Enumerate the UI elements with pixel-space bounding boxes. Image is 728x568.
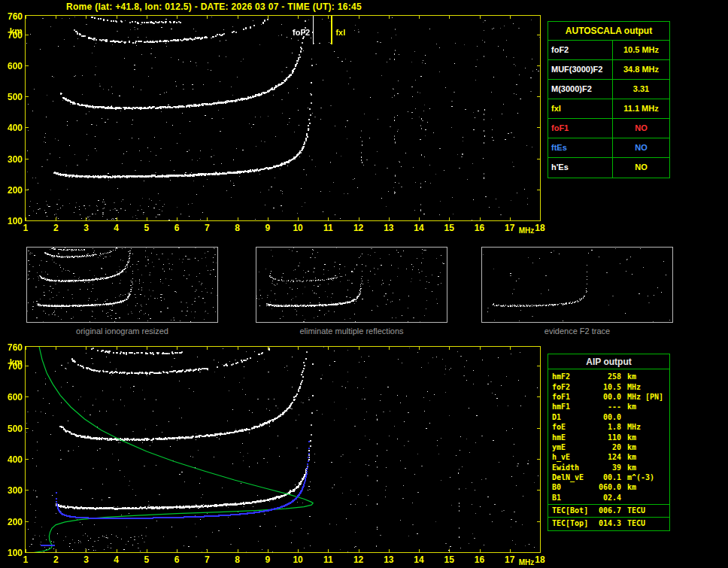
- top-plot-y-tick-label: 600: [2, 61, 23, 71]
- aip-table-rows: hmF2258kmfoF210.5MHzfoF100.0MHz[PN]hmF1-…: [548, 372, 669, 528]
- top-plot-x-tick-label: 8: [230, 223, 245, 233]
- bottom-plot-x-tick-label: 2: [48, 554, 63, 565]
- parameter-value: NO: [613, 119, 669, 138]
- top-plot-x-tick-label: 1: [18, 223, 33, 233]
- bottom-plot-x-tick-label: 12: [351, 554, 366, 565]
- aip-parameter-value: 00.0: [596, 413, 621, 421]
- bottom-plot-y-tick-label: 300: [2, 485, 23, 496]
- aip-parameter-name: TEC[Top]: [552, 519, 596, 527]
- bottom-plot-x-tick-label: 5: [139, 554, 154, 565]
- aip-row: ymE20km: [548, 442, 669, 452]
- top-plot-x-tick-label: 7: [199, 223, 214, 233]
- aip-parameter-value: 124: [596, 453, 621, 461]
- thumbnail-caption-original: original ionogram resized: [26, 327, 218, 336]
- bottom-plot-x-tick-label: 3: [78, 554, 93, 565]
- fof2-marker-label: foF2: [287, 28, 310, 37]
- aip-parameter-unit: MHz: [621, 423, 641, 431]
- ionogram-canvas: [26, 16, 540, 220]
- aip-parameter-unit: TECU: [621, 519, 645, 527]
- aip-parameter-name: h_vE: [552, 453, 596, 461]
- aip-parameter-name: hmE: [552, 433, 596, 442]
- parameter-name: h'Es: [548, 158, 613, 178]
- aip-parameter-name: hmF2: [552, 372, 596, 381]
- aip-parameter-name: B1: [552, 494, 596, 502]
- aip-parameter-value: 258: [596, 372, 621, 381]
- aip-row: hmE110km: [548, 432, 669, 442]
- aip-row: DelN_vE00.1m^(-3): [548, 472, 669, 482]
- parameter-value: NO: [613, 158, 669, 178]
- aip-parameter-value: 1.8: [596, 423, 621, 431]
- top-plot-x-tick-label: 10: [290, 223, 305, 233]
- ionogram-plot: foF2 fxI: [25, 15, 541, 221]
- aip-parameter-name: Ewidth: [552, 463, 596, 472]
- aip-parameter-name: D1: [552, 413, 596, 421]
- autoscala-row: fxI11.1 MHz: [548, 99, 669, 119]
- bottom-plot-x-tick-label: 8: [230, 554, 245, 565]
- top-plot-x-tick-label: 12: [351, 223, 366, 233]
- aip-parameter-value: 39: [596, 463, 621, 472]
- top-plot-x-tick-label: 15: [441, 223, 457, 233]
- aip-row: hmF1---km: [548, 402, 669, 412]
- aip-parameter-unit: MHz: [621, 393, 641, 401]
- bottom-plot-x-tick-label: 7: [199, 554, 214, 565]
- aip-parameter-value: 00.0: [596, 393, 621, 401]
- parameter-name: MUF(3000)F2: [548, 60, 613, 79]
- top-plot-y-tick-label: 200: [2, 185, 23, 196]
- aip-row: D100.0: [548, 412, 669, 422]
- parameter-value: 10.5 MHz: [613, 41, 669, 59]
- autoscala-row: foF1NO: [548, 119, 669, 138]
- aip-parameter-unit: m^(-3): [621, 473, 654, 481]
- top-plot-y-tick-label: 300: [2, 154, 23, 165]
- autoscala-output-table: AUTOSCALA output foF210.5 MHzMUF(3000)F2…: [548, 21, 670, 178]
- aip-parameter-name: hmF1: [552, 402, 596, 411]
- top-plot-x-tick-label: 2: [48, 223, 63, 233]
- top-plot-x-tick-label: 3: [78, 223, 93, 233]
- aip-table-header: AIP output: [548, 354, 669, 369]
- aip-parameter-unit: km: [621, 443, 636, 451]
- profile-plot: [25, 346, 541, 553]
- thumbnail-f2-trace: [481, 247, 673, 323]
- aip-row: TEC[Bot]006.7TECU: [548, 504, 669, 515]
- aip-parameter-note: [PN]: [641, 393, 663, 401]
- aip-parameter-value: 060.0: [596, 483, 621, 491]
- aip-parameter-name: foF1: [552, 393, 596, 401]
- parameter-name: ftEs: [548, 138, 613, 157]
- aip-row: B0060.0km: [548, 482, 669, 492]
- profile-canvas: [26, 347, 540, 552]
- bottom-plot-x-tick-label: 15: [441, 554, 457, 565]
- autoscala-table-rows: foF210.5 MHzMUF(3000)F234.8 MHzM(3000)F2…: [548, 41, 669, 178]
- thumbnail-multiple-reflections: [256, 247, 447, 323]
- top-plot-y-tick-label: 400: [2, 123, 23, 133]
- fxi-marker-label: fxI: [335, 28, 358, 37]
- aip-parameter-unit: MHz: [621, 383, 641, 391]
- parameter-value: NO: [613, 138, 669, 157]
- aip-row: foF210.5MHz: [548, 381, 669, 391]
- aip-parameter-unit: km: [621, 453, 636, 461]
- bottom-plot-x-tick-label: 9: [260, 554, 275, 565]
- parameter-value: 11.1 MHz: [613, 99, 669, 118]
- autoscala-table-header: AUTOSCALA output: [548, 22, 669, 41]
- aip-parameter-name: foF2: [552, 383, 596, 391]
- bottom-plot-y-tick-label: 500: [2, 424, 23, 434]
- bottom-plot-y-unit-label: km: [2, 357, 23, 368]
- bottom-plot-x-unit-label: MHz: [515, 558, 538, 566]
- top-plot-y-unit-label: km: [2, 26, 23, 37]
- bottom-plot-x-tick-label: 10: [290, 554, 305, 565]
- aip-parameter-value: ---: [596, 402, 621, 411]
- aip-parameter-value: 10.5: [596, 383, 621, 391]
- aip-parameter-value: 20: [596, 443, 621, 451]
- aip-parameter-unit: km: [621, 433, 636, 442]
- bottom-plot-x-tick-label: 11: [320, 554, 335, 565]
- autoscala-row: M(3000)F23.31: [548, 80, 669, 99]
- aip-parameter-unit: km: [621, 402, 636, 411]
- aip-parameter-name: TEC[Bot]: [552, 506, 596, 515]
- parameter-value: 3.31: [613, 80, 669, 99]
- bottom-plot-y-tick-label: 400: [2, 454, 23, 465]
- bottom-plot-x-tick-label: 13: [381, 554, 396, 565]
- parameter-name: M(3000)F2: [548, 80, 613, 99]
- aip-output-table: AIP output hmF2258kmfoF210.5MHzfoF100.0M…: [548, 354, 670, 531]
- top-plot-y-tick-label: 760: [2, 11, 23, 22]
- aip-row: Ewidth39km: [548, 463, 669, 472]
- autoscala-row: MUF(3000)F234.8 MHz: [548, 60, 669, 80]
- top-plot-x-tick-label: 4: [109, 223, 124, 233]
